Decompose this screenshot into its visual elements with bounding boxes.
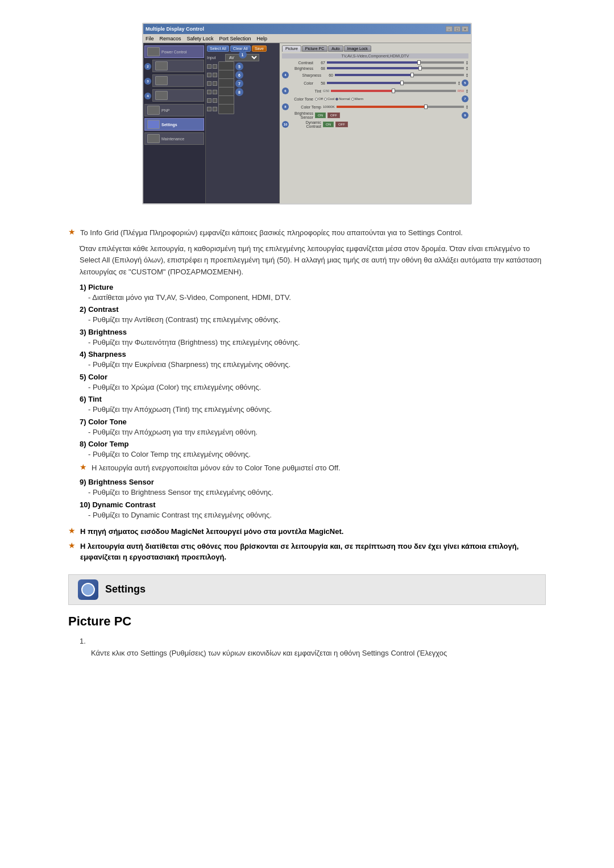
sharpness-slider[interactable]	[335, 74, 464, 76]
pnp-icon	[147, 106, 160, 115]
contrast-arrows: ▲ ▼	[466, 60, 468, 65]
select-all-button[interactable]: Select All	[207, 45, 229, 52]
close-button[interactable]: ×	[462, 26, 468, 32]
tab-auto[interactable]: Auto	[328, 45, 343, 52]
tone-warm-radio[interactable]	[351, 98, 354, 101]
contrast-label: Contrast	[282, 61, 313, 65]
tone-normal[interactable]: Normal	[335, 97, 350, 101]
save-button[interactable]: Save	[252, 45, 267, 52]
checkbox-8b[interactable]	[213, 90, 217, 94]
sidebar-settings[interactable]: Settings	[144, 118, 204, 131]
sharpness-down[interactable]: ▼	[466, 75, 468, 77]
contrast-fill	[327, 61, 419, 64]
item-10-desc: - Ρυθμίζει το Dynamic Contrast της επιλε…	[88, 510, 546, 521]
color-label: Color	[282, 81, 313, 85]
checkbox-5[interactable]	[207, 64, 211, 69]
menu-portselection[interactable]: Port Selection	[219, 36, 251, 41]
tab-row: Picture Picture PC Auto Image Lock	[282, 45, 468, 52]
brightsensor-off[interactable]: OFF	[327, 112, 340, 118]
input-label: Input	[207, 56, 224, 60]
colortone-label: Color Tone	[282, 97, 313, 101]
settings-icon	[147, 120, 160, 129]
dyncontrast-on[interactable]: ON	[323, 122, 334, 127]
item-4-desc: - Ρυθμίζει την Ευκρίνεια (Sharpness) της…	[88, 359, 546, 370]
tone-off[interactable]: Off	[315, 97, 323, 101]
pic-pc-num: 1.	[80, 637, 86, 645]
tone-off-label: Off	[318, 97, 323, 101]
pic-pc-list: 1. Κάντε κλικ στο Settings (Ρυθμίσεις) τ…	[80, 636, 546, 660]
checkbox-10[interactable]	[207, 107, 211, 111]
tab-imagelock[interactable]: Image Lock	[344, 45, 371, 52]
color-arrows: ▲ ▼	[458, 81, 460, 85]
color-slider[interactable]	[327, 82, 456, 84]
checkbox-9b[interactable]	[213, 98, 217, 103]
pic-pc-desc: Κάντε κλικ στο Settings (Ρυθμίσεις) των …	[91, 649, 447, 657]
window-controls: - □ ×	[446, 26, 468, 32]
list-item-9: 9) Brightness Sensor - Ρυθμίζει το Brigh…	[80, 478, 546, 498]
checkbox-7[interactable]	[207, 81, 211, 86]
checkbox-9[interactable]	[207, 98, 211, 103]
contrast-slider[interactable]	[327, 61, 464, 64]
checkbox-5b[interactable]	[213, 64, 217, 69]
tone-normal-radio[interactable]	[335, 98, 338, 101]
sidebar-image2[interactable]	[152, 74, 204, 87]
color-fill	[327, 82, 402, 84]
tab-picture[interactable]: Picture	[282, 45, 301, 52]
contrast-thumb	[417, 60, 421, 65]
settings-header: Settings	[68, 574, 546, 605]
menu-safetylock[interactable]: Safety Lock	[187, 36, 214, 41]
star-text-colortone: Η λειτουργία αυτή ενεργοποιείται μόνον ε…	[92, 462, 341, 474]
checkbox-10b[interactable]	[213, 107, 217, 111]
item-3-desc: - Ρυθμίζει την Φωτεινότητα (Brightness) …	[88, 337, 546, 348]
bold-star-3: ★ Η λειτουργία αυτή διατίθεται στις οθόν…	[68, 541, 546, 563]
color-down[interactable]: ▼	[458, 83, 460, 85]
maximize-button[interactable]: □	[454, 26, 460, 32]
maintenance-label: Maintenance	[161, 137, 184, 141]
brightness-down[interactable]: ▼	[466, 68, 468, 70]
colortemp-slider[interactable]	[337, 106, 464, 108]
tone-off-radio[interactable]	[315, 98, 318, 101]
item-2-desc: - Ρυθμίζει την Αντίθεση (Contrast) της ε…	[88, 314, 546, 326]
sidebar-image3[interactable]	[152, 89, 204, 102]
tab-picture-pc[interactable]: Picture PC	[302, 45, 327, 52]
sidebar-input[interactable]	[152, 60, 204, 72]
menu-help[interactable]: Help	[257, 36, 268, 41]
sidebar-pnp[interactable]: PNP	[144, 104, 204, 116]
tint-label: Tint	[290, 89, 321, 93]
brightness-thumb	[418, 66, 422, 70]
item-2-title: 2) Contrast	[80, 305, 546, 314]
minimize-button[interactable]: -	[446, 26, 453, 32]
sidebar-input-row: 2	[144, 60, 204, 73]
brightsensor-on[interactable]: ON	[315, 112, 326, 118]
item-9-desc: - Ρυθμίζει το Brightness Sensor της επιλ…	[88, 487, 546, 498]
checkbox-6b[interactable]	[213, 73, 217, 77]
star-icon-3: ★	[68, 541, 76, 550]
tone-warm[interactable]: Warm	[351, 97, 364, 101]
sidebar-maintenance[interactable]: Maintenance	[144, 132, 204, 145]
tint-down[interactable]: ▼	[466, 91, 468, 93]
list-item-5: 5) Color - Ρυθμίζει το Χρώμα (Color) της…	[80, 373, 546, 393]
dyncontrast-off[interactable]: OFF	[335, 122, 348, 127]
colortemp-container: 8 Color Temp 10000K ▲ ▼	[282, 103, 468, 110]
colortemp-down[interactable]: ▼	[466, 107, 468, 109]
center-row-8: 8	[207, 88, 278, 96]
screenshot-box: Multiple Display Control - □ × File Rema…	[142, 23, 472, 205]
brightness-slider[interactable]	[327, 67, 464, 69]
sharpness-label: Sharpness	[290, 73, 321, 77]
tone-cool[interactable]: Cool	[324, 97, 334, 101]
sidebar-image3-row: 4	[144, 89, 204, 102]
checkbox-7b[interactable]	[213, 81, 217, 86]
checkbox-6[interactable]	[207, 73, 211, 77]
color-value: 58	[315, 81, 325, 85]
item-7-desc: - Ρυθμίζει την Απόχρωση για την επιλεγμέ…	[88, 427, 546, 438]
menu-file[interactable]: File	[146, 36, 154, 41]
color-thumb	[400, 81, 404, 85]
sidebar-power[interactable]: Power Control	[144, 45, 204, 58]
contrast-down[interactable]: ▼	[466, 62, 468, 65]
color-row: Color 58 ▲ ▼	[282, 81, 460, 85]
tint-slider[interactable]	[331, 90, 456, 92]
tone-cool-radio[interactable]	[324, 98, 327, 101]
menu-remacos[interactable]: Remacos	[160, 36, 181, 41]
checkbox-8[interactable]	[207, 90, 211, 94]
monitor-10	[218, 104, 234, 114]
